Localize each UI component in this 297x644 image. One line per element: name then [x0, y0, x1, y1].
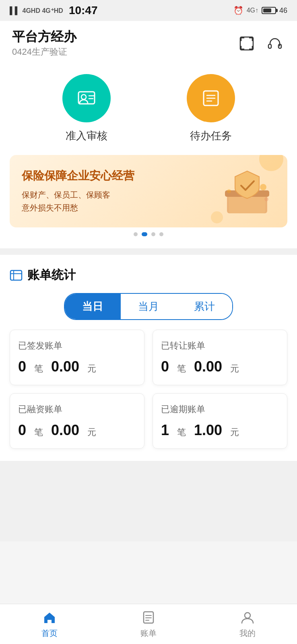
action-pending-tasks[interactable]: 待办任务	[187, 74, 235, 143]
financed-label: 已融资账单	[18, 403, 136, 415]
network-4g-icon: 4G↑	[247, 7, 258, 14]
headset-button[interactable]	[265, 33, 285, 54]
expand-icon	[239, 36, 254, 51]
insurance-banner[interactable]: 保险保障企业安心经营 保财产、保员工、保顾客 意外损失不用愁	[10, 155, 287, 227]
period-tabs: 当日 当月 累计	[64, 293, 233, 320]
stat-card-overdue[interactable]: 已逾期账单 1笔 1.00元	[153, 393, 287, 449]
quick-actions: 准入审核 待办任务	[0, 66, 297, 155]
overdue-amount: 1.00	[194, 422, 222, 439]
dot-4	[159, 232, 163, 236]
status-bar: ▌▌ 4GHD 4G⁺HD 10:47 ⏰ 4G↑ 46	[0, 0, 297, 21]
signed-amount: 0.00	[51, 358, 79, 375]
transferred-values: 0笔 0.00元	[161, 358, 279, 375]
nav-home[interactable]: 首页	[0, 609, 99, 639]
banner-graphic	[219, 167, 275, 215]
overdue-amount-unit: 元	[230, 426, 239, 438]
alarm-icon: ⏰	[233, 6, 243, 15]
pending-tasks-circle	[187, 74, 235, 122]
nav-mine[interactable]: 我的	[198, 609, 297, 639]
financed-amount-unit: 元	[87, 426, 96, 438]
person-card-icon	[74, 86, 99, 110]
access-review-label: 准入审核	[66, 129, 107, 143]
dot-2	[142, 232, 147, 236]
banner-dots	[10, 227, 287, 236]
pending-tasks-label: 待办任务	[190, 129, 232, 143]
transferred-amount-unit: 元	[230, 363, 239, 375]
mine-nav-icon	[239, 609, 256, 625]
financed-amount: 0.00	[51, 422, 79, 439]
overdue-count: 1	[161, 422, 169, 439]
shield-graphic	[219, 167, 275, 215]
status-left: ▌▌ 4GHD 4G⁺HD 10:47	[10, 4, 98, 17]
bottom-nav: 首页 账单 我的	[0, 604, 297, 644]
financed-values: 0笔 0.00元	[18, 422, 136, 439]
svg-point-4	[81, 95, 86, 99]
svg-rect-0	[240, 37, 253, 50]
stats-section-title: 账单统计	[27, 267, 76, 283]
transferred-count-unit: 笔	[177, 363, 186, 375]
overdue-label: 已逾期账单	[161, 403, 279, 415]
list-icon	[199, 86, 223, 110]
app-subtitle: 0424生产验证	[12, 46, 76, 58]
overdue-values: 1笔 1.00元	[161, 422, 279, 439]
bottom-spacer	[0, 461, 297, 541]
svg-point-24	[245, 613, 250, 618]
home-icon	[42, 610, 57, 625]
headset-icon	[268, 36, 282, 51]
banner-text: 保险保障企业安心经营 保财产、保员工、保顾客 意外损失不用愁	[22, 168, 211, 214]
header-title-area: 平台方经办 0424生产验证	[12, 29, 76, 58]
svg-point-14	[260, 184, 266, 190]
bills-nav-icon	[140, 609, 157, 625]
banner-section: 保险保障企业安心经营 保财产、保员工、保顾客 意外损失不用愁	[0, 155, 297, 248]
financed-count: 0	[18, 422, 26, 439]
banner-title: 保险保障企业安心经营	[22, 168, 211, 184]
dot-3	[151, 232, 155, 236]
tab-daily[interactable]: 当日	[65, 294, 121, 319]
overdue-count-unit: 笔	[177, 426, 186, 438]
signed-count-unit: 笔	[34, 363, 43, 375]
financed-count-unit: 笔	[34, 426, 43, 438]
nav-bills-label: 账单	[140, 628, 157, 639]
bills-icon	[141, 610, 156, 625]
header-icons	[237, 33, 285, 54]
status-right: ⏰ 4G↑ 46	[233, 6, 287, 15]
stat-cards-grid: 已签发账单 0笔 0.00元 已转让账单 0笔 0.00元 已融资账单 0笔 0…	[10, 330, 287, 449]
nav-bills[interactable]: 账单	[99, 609, 198, 639]
tabs-row: 当日 当月 累计	[10, 293, 287, 320]
signal-icon: ▌▌	[10, 6, 20, 15]
stats-section-icon	[10, 269, 23, 282]
transferred-count: 0	[161, 358, 169, 375]
action-access-review[interactable]: 准入审核	[62, 74, 111, 143]
network-label: 4GHD 4G⁺HD	[23, 7, 63, 14]
dot-1	[134, 232, 138, 236]
signed-amount-unit: 元	[87, 363, 96, 375]
expand-button[interactable]	[237, 33, 257, 54]
access-review-circle	[62, 74, 111, 122]
battery-level: 46	[279, 6, 287, 15]
tab-monthly[interactable]: 当月	[121, 294, 177, 319]
stats-header: 账单统计	[10, 267, 287, 283]
transferred-amount: 0.00	[194, 358, 222, 375]
svg-point-15	[227, 189, 231, 193]
app-header: 平台方经办 0424生产验证	[0, 21, 297, 66]
svg-point-16	[264, 197, 268, 201]
nav-mine-label: 我的	[239, 628, 256, 639]
stat-card-financed[interactable]: 已融资账单 0笔 0.00元	[10, 393, 144, 449]
stat-card-transferred[interactable]: 已转让账单 0笔 0.00元	[153, 330, 287, 385]
app-title: 平台方经办	[12, 29, 76, 44]
banner-desc: 保财产、保员工、保顾客 意外损失不用愁	[22, 188, 211, 214]
signed-values: 0笔 0.00元	[18, 358, 136, 375]
stat-card-signed[interactable]: 已签发账单 0笔 0.00元	[10, 330, 144, 385]
nav-home-label: 首页	[41, 628, 58, 639]
signed-count: 0	[18, 358, 26, 375]
svg-rect-1	[268, 44, 271, 48]
tab-cumulative[interactable]: 累计	[176, 294, 232, 319]
svg-rect-3	[78, 92, 95, 104]
battery-icon	[262, 7, 276, 14]
stats-section: 账单统计 当日 当月 累计 已签发账单 0笔 0.00元 已转让账单 0笔 0.…	[0, 255, 297, 461]
person-icon	[240, 610, 255, 625]
home-nav-icon	[41, 609, 58, 625]
transferred-label: 已转让账单	[161, 340, 279, 352]
section-divider	[0, 248, 297, 255]
status-time: 10:47	[69, 4, 98, 17]
